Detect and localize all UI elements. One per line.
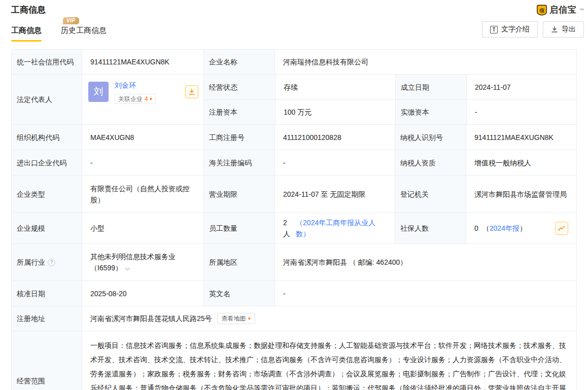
logo-text: 启信宝 xyxy=(549,4,577,16)
industry-label: 所属行业 xyxy=(17,257,45,268)
paid-capital-value: - xyxy=(466,99,576,124)
table-row: 注册地址 河南省漯河市舞阳县莲花镇人民路25号 查看地图 xyxy=(12,306,576,331)
avatar[interactable]: 刘 xyxy=(88,82,109,102)
qixinbao-shield-icon: 信 xyxy=(536,5,547,16)
table-row: 核准日期 2025-08-20 英文名 - xyxy=(12,280,576,306)
insured-report-link[interactable]: 2024年报 xyxy=(490,223,520,234)
company-scale-value: 小型 xyxy=(82,213,203,243)
table-row: 经营范围 一般项目：信息技术咨询服务；信息系统集成服务；数据处理和存储支持服务；… xyxy=(12,331,576,390)
table-row: 企业规模 小型 员工数量 2人 （2024年工商年报从业人数） 社保人数 0 （… xyxy=(12,212,576,243)
text-intro-button[interactable]: T 文字介绍 xyxy=(482,21,538,38)
insured-count-label: 社保人数 xyxy=(395,213,466,243)
staff-count-label: 员工数量 xyxy=(203,213,274,243)
paren-open: （ xyxy=(482,223,490,234)
taxpayer-quality-value: 增值税一般纳税人 xyxy=(466,150,576,175)
tab-history-business-info[interactable]: VIP 历史工商信息 xyxy=(61,17,107,42)
staff-count-report-link[interactable]: （2024年工商年报从业人数） xyxy=(296,217,387,239)
region-value: 河南省漯河市舞阳县 （ 邮编: 462400） xyxy=(274,244,576,280)
question-circle-icon[interactable]: ? xyxy=(48,259,55,266)
reg-no-value: 411121000120828 xyxy=(274,125,395,150)
legal-rep-content: 刘 刘金环 关联企业 4 xyxy=(82,75,203,109)
ie-code-label: 进出口企业代码 xyxy=(12,150,82,175)
approval-date-value: 2025-08-20 xyxy=(82,281,203,306)
insured-count-value: 0 xyxy=(474,223,478,234)
est-date-label: 成立日期 xyxy=(395,75,466,99)
business-info-table: 统一社会信用代码 91411121MAE4XUGN8K 企业名称 河南瑞持信息科… xyxy=(11,49,577,390)
business-scope-label: 经营范围 xyxy=(12,331,82,390)
business-term-value: 2024-11-07 至 无固定期限 xyxy=(274,175,395,212)
reg-address-cell: 河南省漯河市舞阳县莲花镇人民路25号 查看地图 xyxy=(82,306,576,331)
related-companies-label: 关联企业 xyxy=(118,93,143,104)
svg-text:信: 信 xyxy=(539,7,545,13)
org-code-label: 组织机构代码 xyxy=(12,125,82,150)
table-row: 企业类型 有限责任公司（自然人投资或控股） 营业期限 2024-11-07 至 … xyxy=(12,175,576,212)
chevron-down-icon[interactable] xyxy=(125,265,130,270)
uscc-label: 统一社会信用代码 xyxy=(12,50,82,74)
customs-code-label: 海关注册编码 xyxy=(203,150,274,175)
related-companies-count: 4 xyxy=(145,93,148,104)
legal-rep-side-grid: 经营状态 存续 成立日期 2024-11-07 注册资本 100 万元 实缴资本… xyxy=(203,75,576,124)
toolbar: T 文字介绍 导出 xyxy=(482,21,584,42)
related-companies-tag[interactable]: 关联企业 4 xyxy=(115,94,156,104)
company-name-value: 河南瑞持信息科技有限公司 xyxy=(274,50,576,74)
page-title: 工商信息 xyxy=(11,4,46,16)
view-map-button[interactable]: 查看地图 xyxy=(217,313,255,324)
staff-count-cell: 2人 （2024年工商年报从业人数） xyxy=(274,213,395,243)
business-info-page: 工商信息 信 启信宝 ™ 工商信息 VIP 历史工商信息 T 文字介绍 xyxy=(0,0,588,390)
taxpayer-id-value: 91411121MAE4XUGN8K xyxy=(466,125,576,150)
legal-rep-download-button[interactable] xyxy=(185,85,198,98)
taxpayer-quality-label: 纳税人资质 xyxy=(395,150,466,175)
download-icon xyxy=(551,26,558,33)
tabs: 工商信息 VIP 历史工商信息 xyxy=(11,17,107,42)
table-row: 所属行业 ? 其他未列明信息技术服务业（I6599） 所属地区 河南省漯河市舞阳… xyxy=(12,243,576,280)
customs-code-value: - xyxy=(274,150,395,175)
arrow-right-icon xyxy=(249,317,251,320)
nested-grid: 经营状态 存续 成立日期 2024-11-07 注册资本 100 万元 实缴资本… xyxy=(204,75,576,124)
staff-count-value: 2人 xyxy=(283,217,294,239)
tab-business-info-label: 工商信息 xyxy=(11,26,42,34)
text-icon: T xyxy=(490,26,498,33)
company-type-label: 企业类型 xyxy=(12,175,82,212)
business-term-label: 营业期限 xyxy=(203,175,274,212)
industry-value: 其他未列明信息技术服务业（I6599） xyxy=(90,251,195,273)
legal-rep-cell: 刘 刘金环 关联企业 4 xyxy=(82,75,203,124)
tab-business-info[interactable]: 工商信息 xyxy=(11,17,42,42)
ie-code-value: - xyxy=(82,150,203,175)
region-label: 所属地区 xyxy=(203,244,274,280)
reg-address-value: 河南省漯河市舞阳县莲花镇人民路25号 xyxy=(90,313,212,324)
insured-trend-chart-button[interactable] xyxy=(555,222,568,235)
arrow-right-icon xyxy=(150,97,152,100)
table-row: 统一社会信用代码 91411121MAE4XUGN8K 企业名称 河南瑞持信息科… xyxy=(12,50,576,74)
english-name-label: 英文名 xyxy=(203,281,274,306)
est-date-value: 2024-11-07 xyxy=(466,75,576,99)
reg-capital-value: 100 万元 xyxy=(275,99,395,124)
export-button[interactable]: 导出 xyxy=(543,21,584,38)
export-label: 导出 xyxy=(562,25,576,34)
legal-rep-info: 刘金环 关联企业 4 xyxy=(115,80,156,104)
reg-address-label: 注册地址 xyxy=(12,306,82,331)
paid-capital-label: 实缴资本 xyxy=(395,99,466,124)
table-row: 法定代表人 刘 刘金环 关联企业 4 xyxy=(12,74,576,124)
tab-history-label: 历史工商信息 xyxy=(61,26,107,34)
english-name-value: - xyxy=(274,281,576,306)
industry-label-cell: 所属行业 ? xyxy=(12,244,82,280)
qixinbao-logo: 信 启信宝 ™ xyxy=(536,4,584,16)
legal-rep-label: 法定代表人 xyxy=(12,75,82,124)
business-scope-value: 一般项目：信息技术咨询服务；信息系统集成服务；数据处理和存储支持服务；人工智能基… xyxy=(82,331,576,390)
insured-count-cell: 0 （ 2024年报 ） xyxy=(466,213,576,243)
industry-value-cell: 其他未列明信息技术服务业（I6599） xyxy=(82,244,203,280)
reg-authority-value: 漯河市舞阳县市场监督管理局 xyxy=(466,175,576,212)
page-header: 工商信息 信 启信宝 ™ xyxy=(0,0,588,16)
logo-trademark: ™ xyxy=(579,8,584,13)
text-intro-label: 文字介绍 xyxy=(501,25,530,34)
status-label: 经营状态 xyxy=(204,75,275,99)
company-name-label: 企业名称 xyxy=(203,50,274,74)
company-type-value: 有限责任公司（自然人投资或控股） xyxy=(82,175,203,212)
legal-rep-name-link[interactable]: 刘金环 xyxy=(115,80,156,91)
reg-no-label: 工商注册号 xyxy=(203,125,274,150)
reg-authority-label: 登记机关 xyxy=(395,175,466,212)
uscc-value: 91411121MAE4XUGN8K xyxy=(82,50,203,74)
org-code-value: MAE4XUGN8 xyxy=(82,125,203,150)
tab-bar: 工商信息 VIP 历史工商信息 T 文字介绍 导出 xyxy=(0,17,588,42)
approval-date-label: 核准日期 xyxy=(12,281,82,306)
